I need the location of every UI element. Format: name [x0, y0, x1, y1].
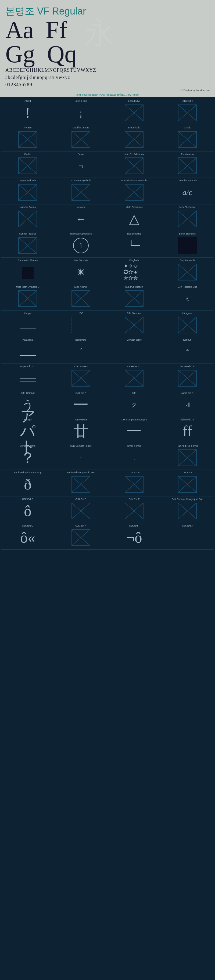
block-label: Misc Arrows — [75, 286, 88, 288]
font-sample-large: Aa FfGg Qq 永 — [5, 18, 210, 66]
block-label: CJK Ext G — [22, 524, 33, 527]
block-glyph — [17, 236, 38, 255]
block-label: Bopomofo Ext — [20, 365, 35, 368]
block-cell-15-3: CJK Compat Ideographs Sup — [161, 497, 214, 522]
block-cell-6-1: Misc Symbols✴ — [54, 258, 107, 283]
block-cell-14-1: Enclosed Ideographic Sup — [54, 470, 107, 496]
block-cell-5-2: Box Drawing└─ — [107, 232, 161, 257]
block-cell-3-2: Diacriticals For Symbols — [107, 178, 161, 204]
block-cell-5-0: Control Pictures — [1, 232, 54, 257]
block-label: Jamo — [78, 153, 84, 156]
block-glyph: ？ — [17, 448, 38, 468]
font-source: Font Source: http://www.fontke.com/font/… — [5, 92, 210, 97]
block-glyph — [177, 501, 198, 520]
block-label: Diacriticals — [128, 126, 140, 129]
block-label: CJK Strokes — [74, 365, 88, 368]
block-glyph: ク — [123, 395, 145, 415]
block-glyph: ff — [177, 422, 198, 441]
block-glyph — [123, 369, 145, 388]
block-row-5: Control PicturesEnclosed Alphanums1Box D… — [1, 232, 214, 257]
block-label: Kangxi — [24, 312, 32, 315]
block-row-0: ASCII!Latin 1 Sup¡Latin Ext ALatin Ext B — [1, 99, 214, 124]
block-cell-13-2: Small Forms， — [107, 444, 161, 469]
block-cell-6-0: Geometric Shapes — [1, 258, 54, 283]
block-label: CJK Ext J — [182, 524, 193, 527]
block-label: Greek — [184, 126, 191, 129]
block-label: Arrows — [77, 206, 84, 209]
block-cell-16-3: CJK Ext J — [161, 523, 214, 549]
block-glyph: ¬ô — [123, 528, 145, 547]
block-glyph: ミ — [177, 289, 198, 308]
block-label: Diacriticals For Symbols — [121, 179, 147, 182]
block-cell-3-0: Super And Sub — [1, 178, 54, 204]
block-label: Sup Punctuation — [125, 286, 143, 288]
block-glyph: ¬ — [70, 156, 92, 175]
block-label: Misc Symbols — [73, 259, 88, 262]
block-label: Geometric Shapes — [18, 259, 38, 262]
block-label: Sup Arrows B — [180, 259, 195, 262]
block-glyph — [123, 475, 145, 494]
block-glyph: 一 — [70, 395, 92, 415]
block-cell-3-1: Currency Symbols — [54, 178, 107, 204]
block-cell-11-2: CJKク — [107, 391, 161, 416]
block-cell-0-2: Latin Ext A — [107, 99, 161, 124]
block-row-6: Geometric ShapesMisc Symbols✴Dingbats✦✧✩… — [1, 258, 214, 283]
block-cell-7-2: Sup Punctuation — [107, 285, 161, 310]
block-glyph: ð — [17, 475, 38, 494]
block-cell-12-0: Hangulア パ ト — [1, 417, 54, 443]
block-cell-8-1: IDC — [54, 311, 107, 336]
block-glyph: a/c — [177, 183, 198, 202]
block-cell-11-3: Jamo Ext Aᆁ — [161, 391, 214, 416]
block-cell-0-1: Latin 1 Sup¡ — [54, 99, 107, 124]
block-cell-4-2: Math Operators△ — [107, 205, 161, 230]
alphabet-upper: ABCDEFGHIJKLMNOPQRSTUVWXYZ — [5, 66, 210, 73]
block-label: CJK Ext E — [75, 498, 86, 501]
block-label: CJK Ext H — [75, 524, 86, 527]
block-glyph — [123, 315, 145, 335]
block-cell-10-3: Enclosed CJK — [161, 364, 214, 390]
block-cell-11-1: CJK Ext A一 — [54, 391, 107, 416]
block-cell-16-0: CJK Ext Gô« — [1, 523, 54, 549]
block-cell-13-1: CJK Compat Forms・ — [54, 444, 107, 469]
block-cell-9-2: Compat Jamo — [107, 338, 161, 363]
block-label: IPA Ext — [24, 126, 32, 129]
block-cell-13-3: Half And Full Forms — [161, 444, 214, 469]
block-label: Bopomofo — [75, 339, 86, 342]
copyright: © Design by fontke.com — [5, 88, 210, 92]
block-label: Punctuation — [181, 153, 194, 156]
block-glyph — [17, 262, 38, 282]
block-label: Latin 1 Sup — [75, 100, 87, 103]
block-row-12: Hangulア パ トJamo Ext B廿CJK Compat Ideogra… — [1, 417, 214, 443]
block-glyph — [70, 289, 92, 308]
block-glyph: ✴ — [70, 262, 92, 282]
block-label: CJK Ext D — [22, 498, 33, 501]
block-label: CJK Symbols — [127, 312, 141, 315]
block-glyph — [70, 130, 92, 149]
block-label: Modifier Letters — [73, 126, 89, 129]
block-row-9: KatakanaBopomofoˊCompat JamoKanbunꜙ — [1, 338, 214, 363]
block-cell-2-2: Latin Ext Additional — [107, 152, 161, 177]
block-label: Enclosed Alphanums Sup — [14, 471, 41, 474]
block-cell-9-0: Katakana — [1, 338, 54, 363]
block-cell-3-3: Letterlike Symbolsa/c — [161, 178, 214, 204]
block-label: Enclosed CJK — [180, 365, 195, 368]
block-cell-12-1: Jamo Ext B廿 — [54, 417, 107, 443]
block-label: CJK Ext I — [129, 524, 139, 527]
block-glyph — [70, 501, 92, 520]
block-cell-14-0: Enclosed Alphanums Supð — [1, 470, 54, 496]
block-cell-1-2: Diacriticals — [107, 126, 161, 151]
block-row-16: CJK Ext Gô«CJK Ext HCJK Ext I¬ôCJK Ext J — [1, 523, 214, 549]
block-label: Latin Ext A — [128, 100, 140, 103]
block-glyph — [17, 369, 38, 388]
block-glyph — [123, 130, 145, 149]
block-row-13: Vertical Forms？CJK Compat Forms・Small Fo… — [1, 444, 214, 469]
block-cell-14-2: CJK Ext B — [107, 470, 161, 496]
block-glyph: ô — [17, 501, 38, 520]
block-label: Math Operators — [126, 206, 143, 209]
block-glyph — [17, 315, 38, 335]
block-cell-5-1: Enclosed Alphanums1 — [54, 232, 107, 257]
block-cell-9-1: Bopomofoˊ — [54, 338, 107, 363]
block-cell-13-0: Vertical Forms？ — [1, 444, 54, 469]
block-cell-1-3: Greek — [161, 126, 214, 151]
block-glyph — [70, 183, 92, 202]
